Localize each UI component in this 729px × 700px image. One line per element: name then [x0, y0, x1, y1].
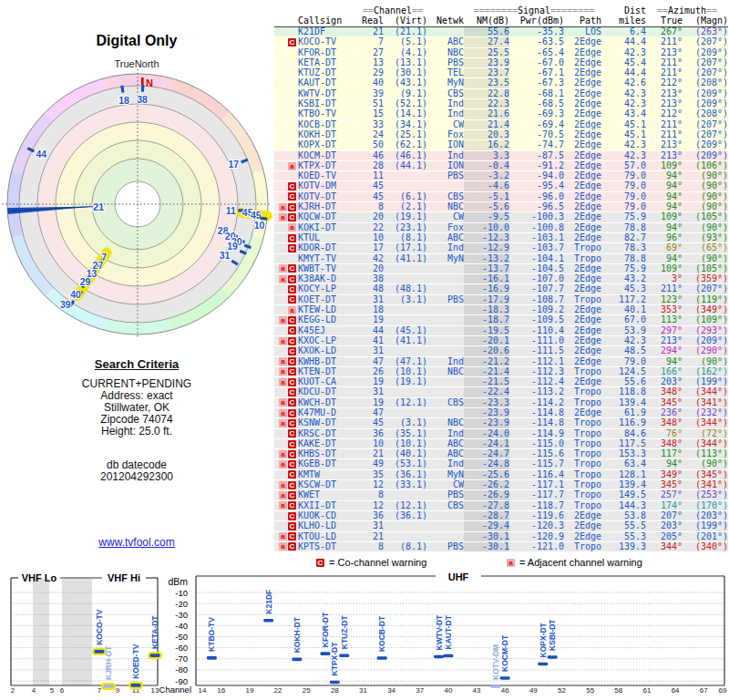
- cell-callsign: KOCO-TV: [298, 37, 358, 46]
- cell-netwk: PBS: [427, 171, 464, 180]
- cell-path: Tropo: [564, 295, 604, 304]
- cell-real: 31: [358, 346, 384, 355]
- cell-path: 2Edge: [564, 151, 604, 160]
- cell-nm: -3.2: [464, 171, 509, 180]
- cell-warn: aC: [274, 542, 298, 551]
- co-channel-badge-icon: C: [288, 234, 296, 242]
- cell-true: 94°: [646, 202, 683, 211]
- cell-virt: (52.1): [384, 99, 427, 108]
- cell-pwr: -114.2: [509, 398, 564, 407]
- table-row: KTBO-TV15(14.1)Ind21.6-69.32Edge43.4212°…: [274, 109, 728, 119]
- cell-path: Tropo: [564, 254, 604, 263]
- dbm-tick: -30: [175, 610, 188, 620]
- cell-pwr: -118.7: [509, 501, 564, 510]
- cell-miles: 55.3: [604, 532, 646, 541]
- cell-pwr: -96.5: [509, 202, 564, 211]
- co-channel-badge-icon: C: [288, 295, 296, 304]
- vhf-xtick: 4: [32, 686, 36, 695]
- cell-pwr: -65.4: [509, 48, 564, 57]
- cell-magn: (207°): [683, 58, 728, 67]
- radar-chart: 211838441711454510282020193172713294039N: [0, 66, 273, 348]
- co-channel-badge-icon: C: [288, 460, 296, 468]
- cell-miles: 117.2: [604, 295, 646, 304]
- cell-callsign: KMYT-TV: [298, 254, 358, 263]
- cell-pwr: -113.2: [509, 387, 564, 396]
- cell-warn: C: [274, 387, 298, 396]
- cell-magn: (209°): [683, 336, 728, 345]
- cell-real: 21: [358, 449, 384, 458]
- cell-warn: C: [274, 181, 298, 190]
- cell-magn: (359°): [683, 274, 728, 283]
- cell-path: 2Edge: [564, 408, 604, 417]
- cell-callsign: KOTV-DT: [298, 192, 358, 201]
- station-label: KOCB-DT: [377, 615, 386, 652]
- cell-callsign: KTBO-TV: [298, 109, 358, 118]
- station-label: KFOR-DT: [321, 612, 330, 647]
- cell-warn: [274, 120, 298, 129]
- cell-pwr: -107.0: [509, 274, 564, 283]
- cell-netwk: MyN: [427, 78, 464, 88]
- cell-real: 36: [358, 511, 384, 520]
- cell-miles: 45.3: [604, 284, 646, 293]
- cell-warn: aC: [274, 315, 298, 324]
- cell-pwr: -70.5: [509, 130, 564, 139]
- station-label: KTBO-TV: [207, 617, 216, 652]
- cell-netwk: [427, 521, 464, 530]
- cell-callsign: KOET-DT: [298, 295, 358, 304]
- cell-magn: (90°): [683, 181, 728, 190]
- cell-real: 11: [358, 171, 384, 180]
- cell-netwk: ABC: [427, 439, 464, 448]
- cell-magn: (203°): [683, 511, 728, 520]
- cell-warn: aC: [274, 357, 298, 366]
- cell-netwk: ABC: [427, 233, 464, 242]
- cell-true: 69°: [646, 243, 683, 252]
- vhf-xtick: 9: [116, 686, 120, 695]
- cell-pwr: -69.3: [509, 109, 564, 118]
- co-channel-badge-icon: C: [288, 409, 296, 417]
- cell-callsign: KTOU-LD: [298, 532, 358, 541]
- cell-pwr: -103.1: [509, 233, 564, 242]
- cell-true: 213°: [646, 151, 683, 160]
- cell-nm: -20.1: [464, 336, 509, 345]
- cell-warn: [274, 254, 298, 263]
- cell-pwr: -117.1: [509, 480, 564, 489]
- cell-virt: (43.1): [384, 78, 427, 88]
- channel-axis-title: Channel: [159, 685, 191, 695]
- radar-marker-label: 17: [228, 159, 239, 170]
- adjacent-channel-badge-icon: a: [288, 162, 296, 170]
- cell-pwr: -115.0: [509, 439, 564, 448]
- cell-path: 2Edge: [564, 511, 604, 520]
- tvfool-link[interactable]: www.tvfool.com: [0, 536, 273, 549]
- cell-warn: aC: [274, 274, 298, 283]
- cell-true: 207°: [646, 511, 683, 520]
- cell-magn: (344°): [683, 387, 728, 396]
- cell-callsign: KTPX-DT: [298, 161, 358, 170]
- cell-pwr: -108.7: [509, 295, 564, 304]
- cell-path: Tropo: [564, 459, 604, 468]
- cell-true: 213°: [646, 140, 683, 149]
- cell-callsign: KFOR-DT: [298, 48, 358, 57]
- cell-path: Tropo: [564, 429, 604, 438]
- cell-miles: 48.5: [604, 346, 646, 355]
- cell-real: 31: [358, 521, 384, 530]
- cell-callsign: KWTV-DT: [298, 89, 358, 98]
- cell-warn: a: [274, 161, 298, 170]
- cell-magn: (341°): [683, 480, 728, 489]
- station-label: K21DF: [264, 590, 273, 614]
- table-row: CKDCU-DT31-22.4-113.2Tropo118.8348°(344°…: [274, 387, 728, 397]
- co-channel-badge-icon: C: [288, 398, 296, 407]
- uhf-xtick: 52: [558, 686, 566, 695]
- station-marker: [292, 658, 302, 662]
- cell-path: 2Edge: [564, 120, 604, 129]
- cell-warn: aC: [274, 212, 298, 221]
- cell-netwk: CBS: [427, 192, 464, 201]
- cell-warn: [274, 89, 298, 98]
- cell-magn: (90°): [683, 254, 728, 263]
- col-pwr: Pwr(dBm): [509, 15, 564, 26]
- cell-nm: -25.6: [464, 470, 509, 479]
- cell-pwr: -114.8: [509, 408, 564, 417]
- cell-netwk: ABC: [427, 37, 464, 46]
- co-channel-badge-icon: C: [288, 213, 296, 221]
- cell-nm: -13.7: [464, 264, 509, 273]
- cell-netwk: [427, 326, 464, 335]
